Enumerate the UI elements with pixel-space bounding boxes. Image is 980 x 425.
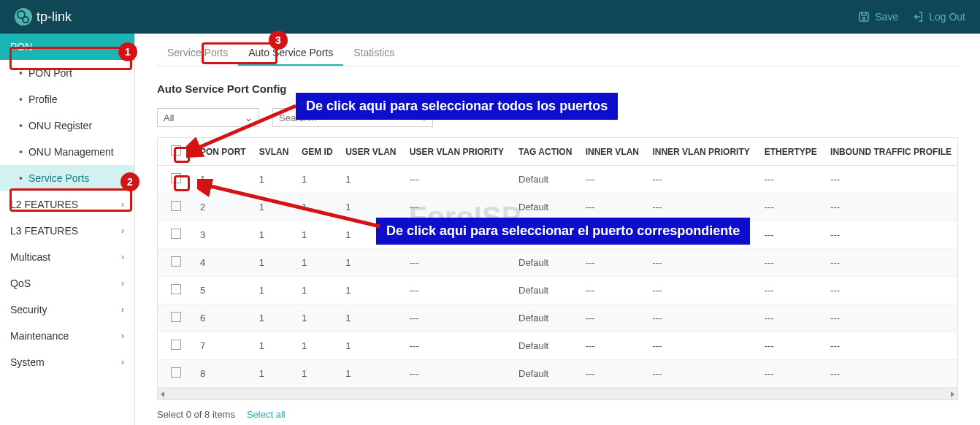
row-checkbox[interactable] — [171, 229, 181, 239]
row-checkbox[interactable] — [171, 173, 181, 183]
table-row[interactable]: 4111---Default------------ — [158, 249, 958, 277]
sidebar-item-profile[interactable]: Profile — [0, 86, 134, 112]
cell-ivlan: --- — [580, 305, 647, 332]
cell-inb: --- — [824, 221, 958, 249]
filter-dropdown[interactable]: All ⌄ — [157, 108, 259, 127]
select-all-checkbox[interactable] — [171, 145, 181, 156]
cell-uvlan: 1 — [340, 360, 404, 388]
cell-ivlanp: --- — [646, 194, 758, 221]
chevron-right-icon: › — [121, 331, 124, 341]
cell-eth: --- — [759, 277, 824, 305]
cell-uvlan: 1 — [340, 277, 404, 305]
sidebar: PON ⌄ PON Port Profile ONU Register ONU … — [0, 34, 135, 425]
save-button[interactable]: Save — [857, 10, 898, 23]
sidebar-item-l2[interactable]: L2 FEATURES› — [0, 191, 134, 218]
tab-service-ports[interactable]: Service Ports — [157, 41, 238, 66]
tab-statistics[interactable]: Statistics — [343, 41, 405, 66]
cell-uvlanp: --- — [404, 277, 513, 305]
cell-ivlan: --- — [580, 194, 647, 221]
chevron-down-icon: ⌄ — [245, 112, 253, 123]
cell-gem: 1 — [296, 332, 340, 360]
cell-svlan: 1 — [253, 277, 296, 305]
cell-svlan: 1 — [253, 332, 296, 360]
sidebar-item-service-ports[interactable]: Service Ports — [0, 165, 134, 191]
row-checkbox[interactable] — [171, 256, 181, 267]
logout-button[interactable]: Log Out — [911, 10, 965, 23]
cell-ivlanp: --- — [646, 305, 758, 332]
tab-auto-service-ports[interactable]: Auto Service Ports — [238, 41, 343, 66]
cell-svlan: 1 — [253, 221, 296, 249]
sidebar-item-maintenance[interactable]: Maintenance› — [0, 323, 134, 349]
cell-gem: 1 — [296, 305, 340, 332]
cell-uvlan: 1 — [340, 166, 404, 194]
sidebar-item-system[interactable]: System› — [0, 349, 134, 375]
cell-ivlanp: --- — [646, 166, 758, 194]
col-tag-action: TAG ACTION — [513, 138, 580, 166]
sidebar-item-multicast[interactable]: Multicast› — [0, 244, 134, 270]
cell-ivlan: --- — [580, 249, 647, 277]
table-row[interactable]: 7111---Default------------ — [158, 332, 958, 360]
cell-ivlanp: --- — [646, 277, 758, 305]
brand-logo: tp-link — [15, 8, 72, 26]
cell-tag: Default — [513, 277, 580, 305]
row-checkbox[interactable] — [171, 367, 181, 378]
chevron-right-icon: › — [121, 252, 124, 262]
horizontal-scrollbar[interactable] — [158, 388, 957, 399]
cell-gem: 1 — [296, 360, 340, 388]
table-row[interactable]: 1111---Default------------ — [158, 166, 958, 194]
col-ethertype: ETHERTYPE — [759, 138, 824, 166]
cell-gem: 1 — [296, 194, 340, 221]
annotation-badge-3: 3 — [269, 31, 288, 50]
cell-pon: 7 — [194, 332, 253, 360]
table-row[interactable]: 2111---Default------------ — [158, 194, 958, 221]
cell-inb: --- — [824, 277, 958, 305]
col-svlan: SVLAN — [253, 138, 296, 166]
cell-eth: --- — [759, 360, 824, 388]
col-pon-port: PON PORT — [194, 138, 253, 166]
cell-svlan: 1 — [253, 194, 296, 221]
cell-uvlan: 1 — [340, 249, 404, 277]
cell-tag: Default — [513, 332, 580, 360]
row-checkbox[interactable] — [171, 340, 181, 350]
cell-ivlanp: --- — [646, 332, 758, 360]
cell-ivlan: --- — [580, 166, 647, 194]
logout-icon — [911, 10, 925, 23]
sidebar-item-onu-management[interactable]: ONU Management — [0, 139, 134, 165]
cell-pon: 4 — [194, 249, 253, 277]
cell-eth: --- — [759, 221, 824, 249]
sidebar-item-l3[interactable]: L3 FEATURES› — [0, 218, 134, 244]
cell-uvlanp: --- — [404, 305, 513, 332]
app-header: tp-link Save Log Out — [0, 0, 980, 34]
cell-eth: --- — [759, 194, 824, 221]
row-checkbox[interactable] — [171, 284, 181, 294]
cell-gem: 1 — [296, 166, 340, 194]
chevron-right-icon: › — [121, 278, 124, 288]
cell-pon: 6 — [194, 305, 253, 332]
sidebar-item-onu-register[interactable]: ONU Register — [0, 112, 134, 139]
cell-tag: Default — [513, 166, 580, 194]
cell-tag: Default — [513, 194, 580, 221]
cell-ivlan: --- — [580, 277, 647, 305]
table-row[interactable]: 8111---Default------------ — [158, 360, 958, 388]
row-checkbox[interactable] — [171, 312, 181, 322]
sidebar-item-qos[interactable]: QoS› — [0, 270, 134, 296]
cell-gem: 1 — [296, 277, 340, 305]
row-checkbox[interactable] — [171, 201, 181, 211]
annotation-callout-1: De click aqui para seleccionar todos los… — [296, 93, 618, 120]
cell-uvlan: 1 — [340, 305, 404, 332]
select-all-link[interactable]: Select all — [247, 409, 286, 420]
sidebar-item-pon-port[interactable]: PON Port — [0, 60, 134, 86]
table-row[interactable]: 6111---Default------------ — [158, 305, 958, 332]
sidebar-item-security[interactable]: Security› — [0, 296, 134, 323]
sidebar-section-pon[interactable]: PON ⌄ — [0, 34, 134, 60]
table-row[interactable]: 5111---Default------------ — [158, 277, 958, 305]
cell-inb: --- — [824, 360, 958, 388]
cell-uvlan: 1 — [340, 194, 404, 221]
cell-uvlanp: --- — [404, 194, 513, 221]
cell-eth: --- — [759, 332, 824, 360]
col-gem-id: GEM ID — [296, 138, 340, 166]
cell-eth: --- — [759, 166, 824, 194]
brand-text: tp-link — [37, 9, 72, 25]
col-user-vlan: USER VLAN — [340, 138, 404, 166]
cell-uvlanp: --- — [404, 360, 513, 388]
